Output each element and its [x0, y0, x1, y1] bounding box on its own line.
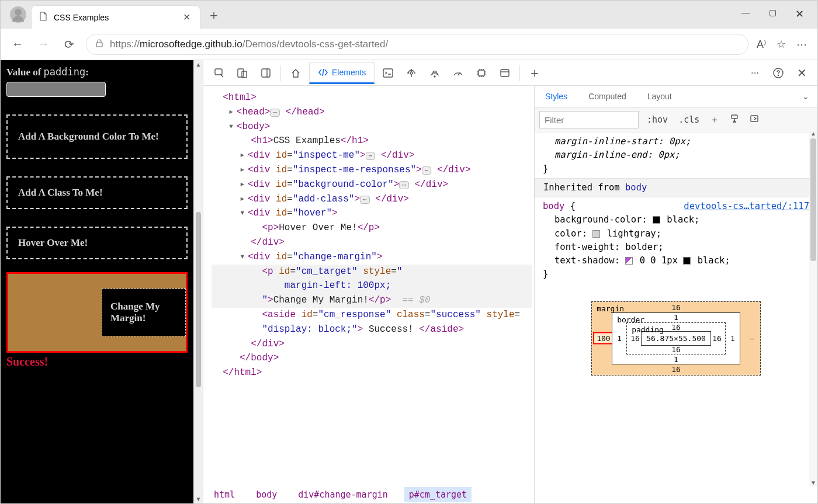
close-tab-icon[interactable]: ✕	[181, 9, 193, 25]
svg-rect-14	[732, 115, 737, 119]
svg-rect-9	[479, 70, 484, 76]
inspect-icon[interactable]	[209, 63, 229, 83]
svg-point-13	[778, 75, 778, 75]
devtools: Elements ＋ ⋯ ✕ <html> ▸<head>⋯ </head	[203, 60, 817, 503]
window-controls: — ▢ ✕	[740, 8, 813, 29]
chevron-down-icon[interactable]: ⌄	[794, 92, 817, 101]
lock-icon	[95, 39, 104, 50]
svg-point-7	[410, 72, 413, 74]
welcome-icon[interactable]	[286, 63, 306, 83]
bgcolor-box[interactable]: Add A Background Color To Me!	[6, 114, 188, 159]
source-link[interactable]: devtools-cs…tarted/:117	[684, 200, 809, 213]
crumb-p[interactable]: p#cm_target	[404, 487, 472, 502]
scrollbar-thumb[interactable]	[196, 212, 201, 387]
svg-rect-0	[96, 43, 102, 47]
favorite-icon[interactable]: ☆	[777, 38, 786, 51]
device-toggle-icon[interactable]	[233, 63, 252, 83]
new-style-icon[interactable]: ＋	[708, 114, 722, 126]
crumb-html[interactable]: html	[209, 487, 240, 502]
tab-styles[interactable]: Styles	[535, 86, 578, 107]
tab-title: CSS Examples	[54, 13, 109, 22]
cls-button[interactable]: .cls	[676, 112, 702, 127]
dom-tree[interactable]: <html> ▸<head>⋯ </head> ▾<body> <h1>CSS …	[203, 86, 534, 485]
application-icon[interactable]	[495, 63, 515, 83]
add-tab-icon[interactable]: ＋	[525, 63, 545, 83]
svg-rect-10	[501, 69, 509, 77]
svg-point-8	[434, 76, 435, 77]
dock-icon[interactable]	[256, 63, 276, 83]
hover-box[interactable]: Hover Over Me!	[6, 227, 188, 259]
svg-rect-1	[215, 69, 222, 75]
breadcrumbs[interactable]: html body div#change-margin p#cm_target	[203, 485, 534, 503]
svg-rect-2	[238, 69, 244, 77]
devtools-toolbar: Elements ＋ ⋯ ✕	[203, 60, 817, 86]
console-icon[interactable]	[378, 63, 398, 83]
refresh-icon[interactable]: ⟳	[60, 36, 78, 53]
change-margin-highlight: Change My Margin!	[6, 272, 188, 353]
styles-pane: Styles Computed Layout ⌄ :hov .cls ＋	[534, 86, 817, 503]
titlebar: CSS Examples ✕ ＋ — ▢ ✕	[1, 1, 817, 29]
svg-rect-6	[383, 69, 393, 77]
browser-window: CSS Examples ✕ ＋ — ▢ ✕ ← → ⟳ https://mic…	[0, 0, 818, 504]
scrollbar-thumb[interactable]	[810, 138, 816, 261]
style-rules[interactable]: margin-inline-start: 0px; margin-inline-…	[535, 133, 817, 284]
help-icon[interactable]	[768, 63, 788, 83]
color-swatch-icon[interactable]	[592, 230, 600, 238]
success-text: Success!	[6, 355, 188, 369]
box-model[interactable]: margin 16 16 – 100 border 1 1 1	[535, 284, 817, 376]
toggle-pane-icon[interactable]	[747, 114, 761, 126]
performance-icon[interactable]	[448, 63, 468, 83]
more-icon[interactable]: ⋯	[796, 38, 807, 51]
color-swatch-icon[interactable]	[683, 257, 691, 265]
padding-label: Value of padding:	[6, 66, 188, 78]
paint-icon[interactable]	[727, 114, 741, 126]
forward-icon: →	[34, 36, 52, 53]
devtools-more-icon[interactable]: ⋯	[745, 63, 765, 83]
profile-avatar[interactable]	[10, 6, 26, 23]
crumb-body[interactable]: body	[251, 487, 282, 502]
sources-icon[interactable]	[401, 63, 421, 83]
margin-left-highlight[interactable]: 100	[593, 332, 614, 345]
change-margin-box[interactable]: Change My Margin!	[102, 289, 186, 336]
close-window-icon[interactable]: ✕	[794, 8, 805, 20]
network-icon[interactable]	[425, 63, 445, 83]
page-scrollbar[interactable]: ▲▼	[193, 60, 203, 503]
addclass-box[interactable]: Add A Class To Me!	[6, 176, 188, 209]
url-box[interactable]: https://microsoftedge.github.io/Demos/de…	[86, 34, 748, 55]
tab-layout[interactable]: Layout	[637, 86, 682, 107]
browser-tab[interactable]: CSS Examples ✕	[31, 5, 200, 29]
color-swatch-icon[interactable]	[653, 216, 660, 224]
crumb-div[interactable]: div#change-margin	[293, 487, 393, 502]
devtools-close-icon[interactable]: ✕	[792, 63, 812, 83]
filter-input[interactable]	[539, 111, 639, 128]
read-aloud-icon[interactable]: A⁾	[757, 38, 766, 51]
minimize-icon[interactable]: —	[740, 8, 751, 20]
tab-elements[interactable]: Elements	[309, 62, 375, 84]
page-preview: Value of padding: Add A Background Color…	[1, 60, 193, 503]
styles-scrollbar[interactable]: ▲▼	[809, 133, 817, 486]
styles-tabs: Styles Computed Layout ⌄	[535, 86, 817, 107]
styles-toolbar: :hov .cls ＋	[535, 107, 817, 133]
memory-icon[interactable]	[472, 63, 491, 83]
svg-rect-4	[262, 69, 270, 77]
back-icon[interactable]: ←	[9, 36, 26, 53]
maximize-icon[interactable]: ▢	[767, 8, 778, 20]
shadow-swatch-icon[interactable]	[625, 257, 633, 265]
tab-computed[interactable]: Computed	[578, 86, 637, 107]
url-text: https://microsoftedge.github.io/Demos/de…	[110, 39, 388, 50]
page-icon	[39, 12, 48, 23]
address-bar: ← → ⟳ https://microsoftedge.github.io/De…	[1, 29, 817, 60]
new-tab-button[interactable]: ＋	[200, 6, 227, 29]
padding-input[interactable]	[6, 82, 106, 97]
hov-button[interactable]: :hov	[644, 112, 670, 127]
